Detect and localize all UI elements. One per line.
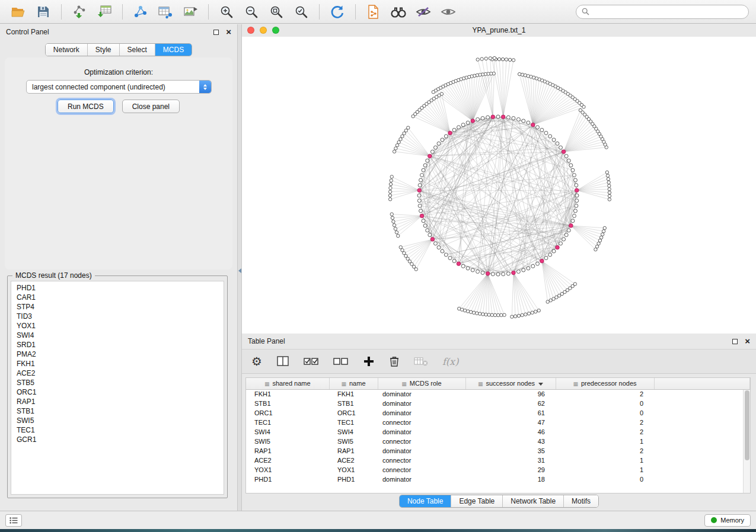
tab-select[interactable]: Select	[120, 44, 155, 56]
open-file-button[interactable]	[7, 3, 30, 21]
columns-icon	[276, 355, 289, 367]
share-document-button[interactable]	[362, 3, 385, 21]
toolbar-separator	[61, 4, 62, 20]
table-scrollbar-thumb[interactable]	[745, 390, 749, 460]
tab-network-table[interactable]: Network Table	[503, 495, 564, 507]
table-tab-bar: Node Table Edge Table Network Table Moti…	[399, 495, 599, 508]
delete-column-button[interactable]	[389, 352, 400, 370]
column-type-icon: ▦	[478, 381, 483, 387]
toolbar-separator	[208, 4, 209, 20]
float-table-panel-icon[interactable]	[732, 339, 738, 344]
criterion-dropdown[interactable]: largest connected component (undirected)	[26, 80, 212, 94]
optimization-criterion-label: Optimization criterion:	[0, 68, 237, 76]
hide-graphics-details-button[interactable]	[412, 3, 435, 21]
new-network-button[interactable]	[129, 3, 152, 21]
zoom-in-button[interactable]	[215, 3, 238, 21]
unchecked-boxes-icon	[333, 356, 349, 367]
close-table-panel-icon[interactable]: ×	[745, 338, 750, 344]
import-network-file-button[interactable]	[68, 3, 91, 21]
mcds-result-item[interactable]: CAR1	[11, 293, 224, 302]
tab-style[interactable]: Style	[88, 44, 120, 56]
mcds-result-item[interactable]: PHD1	[11, 283, 224, 293]
search-network-button[interactable]	[387, 3, 410, 21]
mcds-result-item[interactable]: GCR1	[11, 435, 224, 444]
share-document-icon	[367, 4, 380, 20]
mcds-result-list[interactable]: PHD1CAR1STP4TID3YOX1SWI4SRD1PMA2FKH1ACE2…	[11, 281, 224, 495]
table-options-button[interactable]: ⚙	[251, 352, 262, 370]
search-field[interactable]	[576, 5, 749, 19]
column-header-shared-name[interactable]: ▦shared name	[246, 378, 329, 389]
mcds-result-item[interactable]: TID3	[11, 312, 224, 321]
import-network-icon	[72, 5, 87, 19]
tab-edge-table[interactable]: Edge Table	[451, 495, 503, 507]
mcds-result-item[interactable]: STB5	[11, 378, 224, 387]
network-from-table-button[interactable]	[154, 3, 177, 21]
tab-mcds[interactable]: MCDS	[155, 44, 192, 56]
show-graphics-details-button[interactable]	[437, 3, 460, 21]
zoom-fit-button[interactable]	[265, 3, 288, 21]
deselect-all-columns-button[interactable]	[333, 352, 349, 370]
trash-icon	[389, 355, 400, 367]
column-header-mcds-role[interactable]: ▦MCDS role	[378, 378, 465, 389]
close-panel-button[interactable]: Close panel	[122, 100, 180, 113]
column-header-predecessor-nodes[interactable]: ▦predecessor nodes	[556, 378, 654, 389]
mcds-result-item[interactable]: TEC1	[11, 425, 224, 435]
zoom-selected-button[interactable]	[290, 3, 312, 21]
select-all-columns-button[interactable]	[304, 352, 319, 370]
image-icon	[183, 5, 198, 19]
network-canvas[interactable]	[242, 37, 756, 334]
tab-node-table[interactable]: Node Table	[400, 495, 452, 507]
mcds-result-item[interactable]: SRD1	[11, 340, 224, 350]
tab-network[interactable]: Network	[46, 44, 88, 56]
open-folder-icon	[11, 5, 26, 18]
table-row[interactable]: ACE2ACE2connector311	[246, 456, 750, 465]
create-column-button[interactable]	[363, 352, 375, 370]
save-session-button[interactable]	[32, 3, 55, 21]
search-input[interactable]	[592, 8, 743, 16]
mcds-result-item[interactable]: FKH1	[11, 359, 224, 368]
mcds-result-item[interactable]: PMA2	[11, 350, 224, 359]
sort-descending-icon	[538, 383, 543, 386]
mcds-result-item[interactable]: STB1	[11, 406, 224, 416]
mcds-result-item[interactable]: RAP1	[11, 397, 224, 406]
close-panel-icon[interactable]: ×	[226, 29, 231, 35]
network-graph[interactable]	[242, 37, 756, 334]
panel-menu-button[interactable]	[5, 514, 22, 527]
table-row[interactable]: YOX1YOX1connector291	[246, 465, 750, 475]
refresh-icon	[330, 4, 345, 20]
refresh-view-button[interactable]	[326, 3, 349, 21]
run-mcds-button[interactable]: Run MCDS	[58, 100, 114, 113]
mcds-result-item[interactable]: SWI5	[11, 416, 224, 425]
function-builder-button[interactable]: f(x)	[442, 352, 458, 370]
import-table-file-button[interactable]	[93, 3, 116, 21]
network-titlebar: YPA_prune.txt_1	[242, 24, 756, 37]
table-row[interactable]: SWI5SWI5connector431	[246, 437, 750, 446]
tab-motifs[interactable]: Motifs	[564, 495, 598, 507]
table-row[interactable]: PHD1PHD1dominator180	[246, 475, 750, 484]
mcds-result-item[interactable]: YOX1	[11, 321, 224, 331]
export-image-button[interactable]	[179, 3, 202, 21]
table-row[interactable]: SWI4SWI4dominator462	[246, 427, 750, 437]
zoom-out-button[interactable]	[240, 3, 263, 21]
column-header-name[interactable]: ▦name	[329, 378, 378, 389]
table-scrollbar[interactable]	[743, 390, 750, 493]
mcds-result-item[interactable]: STP4	[11, 302, 224, 312]
network-icon	[133, 5, 148, 19]
column-header-successor-nodes[interactable]: ▦successor nodes	[465, 378, 556, 389]
table-row[interactable]: ORC1ORC1dominator610	[246, 408, 750, 418]
table-row[interactable]: TEC1TEC1connector472	[246, 418, 750, 427]
table-toolbar: ⚙	[242, 349, 756, 374]
table-row[interactable]: FKH1FKH1dominator962	[246, 389, 750, 399]
panel-divider[interactable]	[237, 24, 242, 511]
clear-table-button[interactable]	[414, 352, 428, 370]
memory-button[interactable]: Memory	[704, 514, 751, 527]
mcds-result-item[interactable]: ACE2	[11, 368, 224, 378]
node-table: ▦shared name ▦name ▦MCDS role ▦successor…	[245, 377, 751, 493]
mcds-result-item[interactable]: ORC1	[11, 387, 224, 397]
float-panel-icon[interactable]	[213, 30, 219, 35]
show-columns-button[interactable]	[276, 352, 289, 370]
table-row[interactable]: RAP1RAP1dominator352	[246, 446, 750, 456]
mcds-result-item[interactable]: SWI4	[11, 331, 224, 340]
collapse-divider-icon[interactable]	[238, 268, 241, 273]
table-row[interactable]: STB1STB1dominator620	[246, 399, 750, 408]
